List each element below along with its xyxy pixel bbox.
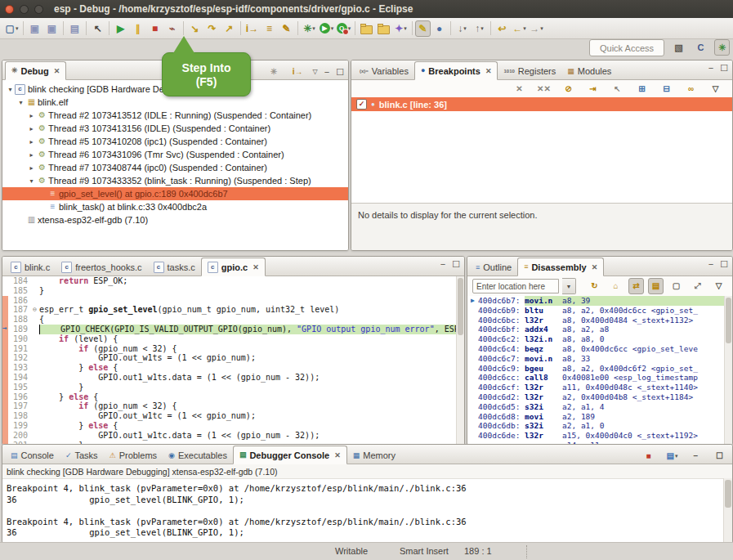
disassembly-row[interactable]: 400dc6de:l32ra15, 0x400d04c0 <_stext+119… [467, 431, 725, 441]
view-menu-icon[interactable]: ▽ [710, 278, 727, 294]
code-editor[interactable]: 184 return ESP_OK;185}186187⊖esp_err_t g… [2, 276, 464, 445]
code-line[interactable]: 200 GPIO.out1_w1tc.data = (1 << (gpio_nu… [2, 431, 464, 441]
disassembly-row[interactable]: 400dc6c2:l32i.na8, a8, 0 [467, 334, 725, 344]
new-wizard-icon[interactable]: ▢▾ [3, 20, 20, 37]
mark-occurrences-icon[interactable]: ✎ [415, 20, 431, 37]
console-tab-console[interactable]: ▤Console [5, 447, 60, 464]
back-icon[interactable]: ←▾ [511, 20, 528, 37]
display-selected-console-dropdown-icon[interactable]: ▾ [675, 453, 678, 459]
right-tab-variables[interactable]: (x)=Variables [354, 63, 414, 79]
maximize-icon[interactable]: ☐ [720, 260, 728, 269]
disassembly-tab-outline[interactable]: ≡Outline [470, 259, 517, 276]
disassembly-scrollbar[interactable] [724, 296, 732, 445]
next-annotation-dropdown-icon[interactable]: ▾ [463, 25, 467, 32]
window-close-button[interactable] [5, 5, 14, 14]
step-filters-icon[interactable]: ✎ [278, 20, 295, 37]
tree-twisty-icon[interactable]: ▾ [6, 86, 15, 93]
sync-selection-icon[interactable]: ⇄ [628, 278, 644, 294]
close-tab-icon[interactable]: ✕ [592, 263, 598, 271]
code-line[interactable]: →189 GPIO_CHECK(GPIO_IS_VALID_OUTPUT_GPI… [2, 325, 464, 334]
code-line[interactable]: 197 if (gpio_num < 32) { [2, 401, 464, 411]
code-line[interactable]: 188{ [2, 315, 464, 325]
console-tab-executables[interactable]: ◉Executables [163, 447, 233, 464]
disassembly-row[interactable]: 400dc6cf:l32ra11, 0x400d048c <_stext+114… [467, 383, 725, 392]
debug-tree-item[interactable]: ▾▦blink.elf [2, 96, 348, 109]
run-icon[interactable]: ▶▾ [318, 20, 335, 37]
expand-all-icon[interactable]: ⊞ [633, 81, 650, 97]
disassembly-row[interactable]: 400dc6db:s32ia2, a1, 0 [467, 421, 725, 431]
right-tab-modules[interactable]: ▦Modules [561, 63, 617, 79]
breakpoint-row[interactable]: ✓ ● blink.c [line: 36] [351, 97, 732, 111]
pointer-icon[interactable]: ↖ [89, 20, 106, 37]
go-to-file-icon[interactable]: ⇥ [584, 81, 601, 97]
maximize-icon[interactable]: ☐ [452, 260, 460, 269]
forward-dropdown-icon[interactable]: ▾ [540, 25, 543, 32]
close-tab-icon[interactable]: ✕ [54, 67, 60, 75]
build-icon[interactable]: ▤ [66, 20, 83, 37]
previous-annotation-dropdown-icon[interactable]: ▾ [480, 25, 484, 32]
console-tab-memory[interactable]: ▦Memory [347, 447, 401, 464]
breakpoint-checkbox[interactable]: ✓ [356, 99, 367, 110]
link-with-debug-view-icon[interactable]: ∞ [682, 81, 699, 97]
console-tab-debugger-console[interactable]: ▤Debugger Console✕ [233, 446, 347, 464]
new-disassembly-view-icon[interactable]: ▢ [668, 278, 685, 294]
remove-all-breakpoints-icon[interactable]: ✕✕ [535, 81, 552, 97]
code-line[interactable]: 191 if (gpio_num < 32) { [2, 344, 464, 354]
window-maximize-button[interactable] [34, 5, 43, 14]
console-tab-problems[interactable]: ⚠Problems [104, 447, 163, 464]
maximize-icon[interactable]: ☐ [720, 64, 728, 73]
console-output[interactable]: Breakpoint 4, blink_task (pvParameter=0x… [2, 478, 724, 543]
tree-twisty-icon[interactable]: ▸ [27, 125, 36, 132]
disassembly-row[interactable]: 400dc6bf:addx4a8, a2, a8 [467, 325, 725, 334]
remove-all-terminated-icon[interactable]: ✳ [266, 64, 283, 80]
debug-tree-item[interactable]: ≡gpio_set_level() at gpio.c:189 0x400dc6… [2, 187, 348, 200]
instruction-stepping-icon[interactable]: i→ [244, 20, 261, 37]
display-selected-console-icon[interactable]: ▤▾ [664, 448, 681, 464]
step-into-icon[interactable]: ↘ [186, 20, 203, 37]
fold-collapse-icon[interactable]: ⊖ [30, 305, 39, 315]
tree-twisty-icon[interactable]: ▸ [27, 151, 36, 159]
skip-all-breakpoints-icon[interactable]: ⊘ [560, 81, 577, 97]
suspend-icon[interactable]: ∥ [129, 20, 146, 37]
editor-tab-gpio-c[interactable]: cgpio.c✕ [201, 258, 266, 276]
show-source-icon[interactable]: ▤ [648, 278, 664, 294]
disassembly-row[interactable]: 400dc6d2:l32ra2, 0x400d04b8 <_stext+1184… [467, 392, 725, 402]
tree-twisty-icon[interactable]: ▾ [27, 177, 36, 185]
debug-tree-item[interactable]: ▾⚙Thread #9 1073433352 (blink_task : Run… [2, 174, 348, 187]
code-line[interactable]: 199 } else { [2, 421, 464, 431]
code-line[interactable]: 187⊖esp_err_t gpio_set_level(gpio_num_t … [2, 305, 464, 315]
code-line[interactable]: 190 if (level) { [2, 334, 464, 344]
back-dropdown-icon[interactable]: ▾ [523, 25, 526, 32]
debug-perspective-icon[interactable]: ✳ [714, 39, 730, 56]
run-dropdown-icon[interactable]: ▾ [331, 25, 334, 32]
debug-tab-debug[interactable]: ✳Debug✕ [5, 61, 66, 80]
disconnect-icon[interactable]: ⌁ [163, 20, 181, 37]
code-line[interactable]: 194 GPIO.out1_w1ts.data = (1 << (gpio_nu… [2, 373, 464, 383]
last-edit-location-icon[interactable]: ↩ [494, 20, 511, 37]
debug-icon[interactable]: ✳▾ [301, 20, 318, 37]
terminate-console-icon[interactable]: ■ [640, 448, 657, 464]
disassembly-row[interactable]: ▶400dc6b7:movi.na8, 39 [467, 296, 725, 306]
minimize-icon[interactable]: − [324, 68, 329, 77]
forward-icon[interactable]: →▾ [528, 20, 545, 37]
window-minimize-button[interactable] [20, 5, 29, 14]
world-icon[interactable]: ● [431, 20, 448, 37]
save-icon[interactable]: ▣ [26, 20, 43, 37]
step-over-icon[interactable]: ↷ [203, 20, 221, 37]
export-icon[interactable]: ⤢ [689, 278, 706, 294]
maximize-icon[interactable]: ☐ [711, 448, 728, 464]
disassembly-row[interactable]: 400dc6c4:beqza8, 0x400dc6cc <gpio_set_le… [467, 344, 725, 354]
editor-scrollbar[interactable] [456, 276, 464, 445]
open-project-icon[interactable] [375, 20, 392, 37]
code-line[interactable]: 193 } else { [2, 363, 464, 373]
debug-tree-item[interactable]: ≡blink_task() at blink.c:33 0x400dbc2a [2, 200, 348, 213]
select-default-icon[interactable]: ↖ [609, 81, 626, 97]
tree-twisty-icon[interactable]: ▸ [27, 112, 36, 119]
quick-access-input[interactable]: Quick Access [589, 39, 664, 56]
external-tools-icon[interactable]: ✦▾ [392, 20, 409, 37]
editor-tab-tasks-c[interactable]: ctasks.c [148, 259, 201, 276]
external-tools-dropdown-icon[interactable]: ▾ [404, 25, 407, 32]
disassembly-listing[interactable]: ▶400dc6b7:movi.na8, 39400dc6b9:bltua8, a… [467, 296, 725, 445]
show-debug-contexts-icon[interactable]: ≡ [261, 20, 278, 37]
terminate-icon[interactable]: ■ [146, 20, 163, 37]
